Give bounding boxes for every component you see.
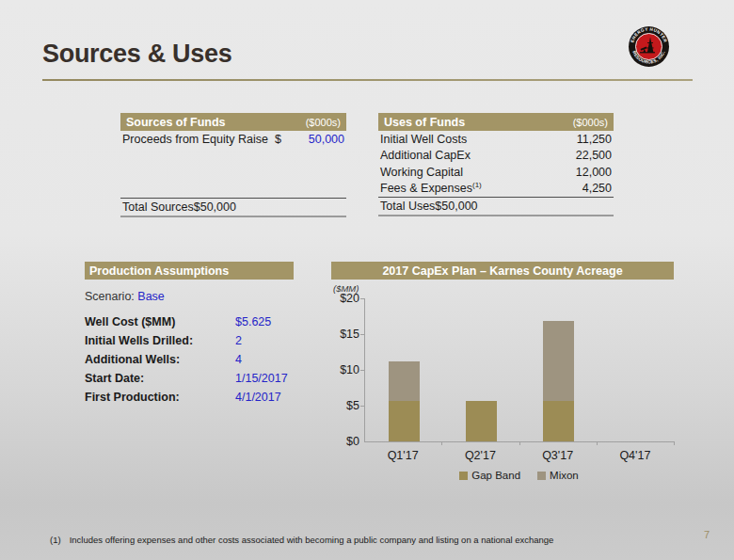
footnote: (1) Includes offering expenses and other…: [50, 535, 553, 545]
row-label: Fees & Expenses(1): [380, 182, 557, 195]
legend-label: Gap Band: [471, 470, 520, 481]
sources-units-label: ($000s): [306, 117, 341, 128]
assumption-row: Start Date: 1/15/2017: [85, 372, 294, 391]
assumption-value: $5.625: [235, 315, 271, 328]
x-axis-tick: [441, 441, 442, 445]
assumption-value: 2: [235, 334, 242, 347]
x-axis-category-label: Q4'17: [597, 449, 674, 462]
assumption-label: Start Date:: [85, 372, 144, 385]
legend-swatch: [459, 472, 468, 480]
y-axis-label: $5: [331, 399, 359, 412]
assumption-row: Additional Wells: 4: [85, 353, 294, 372]
x-axis-tick: [597, 441, 598, 445]
row-value: 12,000: [557, 166, 612, 179]
title-divider: [42, 79, 693, 81]
chart-title: 2017 CapEx Plan – Karnes County Acreage: [382, 264, 622, 278]
assumption-rows: Well Cost ($MM) $5.625 Initial Wells Dri…: [85, 315, 294, 409]
uses-header-label: Uses of Funds: [384, 116, 465, 129]
assumption-row: First Production: 4/1/2017: [85, 391, 294, 409]
table-row: Initial Well Costs 11,250: [378, 131, 614, 148]
table-row: Working Capital 12,000: [378, 164, 614, 181]
table-row: Additional CapEx 22,500: [378, 148, 614, 165]
legend-item: Gap Band: [459, 470, 520, 481]
page-title: Sources & Uses: [42, 40, 231, 69]
row-label: Initial Well Costs: [380, 133, 557, 146]
page-number: 7: [704, 529, 710, 540]
x-axis-category-label: Q1'17: [364, 449, 441, 462]
sources-table-header: Sources of Funds ($000s): [120, 113, 346, 131]
slide: Sources & Uses ENERGY HUNTER RESOURCES, …: [0, 0, 734, 560]
uses-of-funds-table: Uses of Funds ($000s) Initial Well Costs…: [378, 113, 614, 216]
total-value: 50,000: [200, 200, 236, 214]
chart-y-labels: $0$5$10$15$20: [331, 298, 359, 441]
sources-total-row: Total Sources $ 50,000: [120, 198, 346, 217]
y-axis-tick: [360, 334, 365, 335]
production-assumptions-panel: Production Assumptions Scenario: Base We…: [85, 262, 294, 409]
total-label: Total Uses: [380, 200, 435, 213]
production-assumptions-header: Production Assumptions: [85, 262, 294, 280]
x-axis-tick: [519, 441, 520, 445]
sources-header-label: Sources of Funds: [126, 116, 226, 129]
assumption-value: 4: [235, 353, 242, 366]
uses-table-header: Uses of Funds ($000s): [378, 113, 614, 131]
chart-legend: Gap BandMixon: [364, 470, 674, 481]
scenario-label: Scenario:: [85, 290, 135, 303]
footnote-text: Includes offering expenses and other cos…: [70, 535, 554, 545]
row-label: Proceeds from Equity Raise: [122, 133, 275, 146]
uses-total-row: Total Uses $ 50,000: [378, 197, 614, 216]
scenario-value: Base: [137, 290, 165, 303]
sources-of-funds-table: Sources of Funds ($000s) Proceeds from E…: [120, 113, 346, 217]
currency-symbol: $: [435, 200, 441, 213]
y-axis-tick: [360, 406, 365, 407]
x-axis-category-label: Q2'17: [441, 449, 519, 462]
row-label: Additional CapEx: [380, 149, 557, 162]
footnote-marker: (1): [50, 535, 61, 545]
bar-segment: [466, 401, 497, 441]
table-row: Fees & Expenses(1) 4,250: [378, 181, 614, 198]
assumption-row: Initial Wells Drilled: 2: [85, 334, 294, 353]
y-axis-label: $15: [331, 328, 359, 341]
assumption-label: First Production:: [85, 391, 180, 404]
assumption-value: 4/1/2017: [235, 391, 281, 404]
assumption-label: Well Cost ($MM): [85, 315, 175, 328]
total-label: Total Sources: [122, 200, 194, 214]
bar-segment: [543, 321, 574, 402]
total-value: 50,000: [441, 200, 477, 213]
row-value: 50,000: [290, 133, 344, 146]
chart-plot: [364, 298, 675, 442]
currency-symbol: $: [275, 133, 290, 146]
row-value: 11,250: [557, 133, 612, 146]
row-value: 22,500: [557, 149, 612, 162]
y-axis-label: $20: [331, 292, 359, 305]
y-axis-tick: [360, 370, 365, 371]
x-axis-category-label: Q3'17: [519, 449, 597, 462]
footnote-ref: (1): [472, 181, 482, 189]
legend-item: Mixon: [537, 470, 579, 481]
uses-units-label: ($000s): [573, 117, 608, 128]
legend-swatch: [537, 472, 546, 480]
y-axis-label: $0: [331, 435, 359, 448]
bar-segment: [389, 361, 420, 402]
row-value: 4,250: [557, 182, 612, 195]
y-axis-label: $10: [331, 363, 359, 376]
capex-chart: 2017 CapEx Plan – Karnes County Acreage …: [331, 262, 674, 488]
legend-label: Mixon: [550, 470, 579, 481]
currency-symbol: $: [194, 200, 200, 214]
x-axis-tick: [674, 441, 675, 445]
chart-x-labels: Q1'17Q2'17Q3'17Q4'17: [364, 449, 674, 463]
y-axis-tick: [360, 298, 365, 299]
assumption-label: Initial Wells Drilled:: [85, 334, 193, 347]
table-row: Proceeds from Equity Raise $ 50,000: [120, 131, 346, 148]
scenario-line: Scenario: Base: [85, 290, 294, 303]
assumption-value: 1/15/2017: [235, 372, 288, 385]
bar-segment: [389, 401, 420, 441]
assumption-row: Well Cost ($MM) $5.625: [85, 315, 294, 334]
row-label: Working Capital: [380, 166, 557, 179]
panel-title: Production Assumptions: [89, 264, 229, 278]
company-logo-icon: ENERGY HUNTER RESOURCES, INC.: [628, 25, 670, 68]
assumption-label: Additional Wells:: [85, 353, 180, 366]
chart-title-bar: 2017 CapEx Plan – Karnes County Acreage: [331, 262, 674, 280]
bar-segment: [543, 401, 574, 441]
table-spacer: [120, 148, 346, 198]
